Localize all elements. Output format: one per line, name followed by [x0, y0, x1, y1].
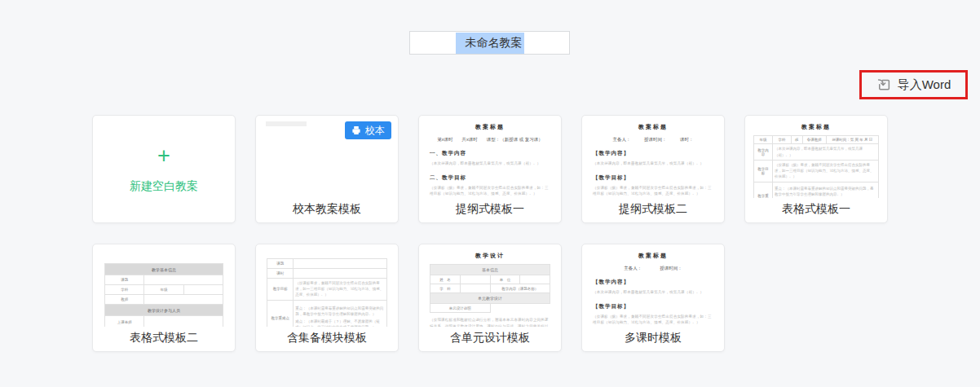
card-table-template-1[interactable]: 教案标题 年级 学科 班 备课教师 授课时间：第 周 年 月 日 教学内容 （本…	[744, 115, 888, 223]
card-label: 含单元设计模板	[419, 328, 561, 345]
school-badge: 校本	[345, 121, 391, 139]
template-preview: 教案标题 第x课时 共x课时 课型：（新授课 或 复习课） 一、教学内容 （本次…	[419, 116, 561, 198]
template-preview: 教案标题 主备人： 授课时间： 【教学内容】 （本次授课内容，即本册教材第几章第…	[582, 244, 724, 327]
card-label: 含集备模块模板	[256, 328, 398, 345]
plus-icon: +	[157, 145, 170, 167]
template-preview: 教案标题 主备人： 授课时间： 课时： 【教学内容】 （本次授课内容，即本册教材…	[582, 116, 724, 198]
template-preview: 教学基本信息 课题 学科 年级 教师 教学设计参与人员 上课老师	[93, 244, 235, 327]
new-blank-plan-label: 新建空白教案	[130, 179, 198, 194]
preview-table: 年级 学科 班 备课教师 授课时间：第 周 年 月 日 教学内容 （本次授课内容…	[753, 135, 879, 198]
card-unit-design-template[interactable]: 教学设计 基本信息 姓 名 单 位 学 科 教学内容（课题名称） 单元教学设计 …	[418, 244, 562, 352]
preview-fineprint: （本次授课内容，即本册教材第几章第几节，或第几课（框）。）	[593, 289, 713, 296]
import-word-label: 导入Word	[898, 77, 951, 93]
card-label: 多课时模板	[582, 328, 724, 345]
preview-fineprint: （按照课程标准和教材特点进行分析，厘清本单元各课时内容之间的逻辑关系，说明单元整…	[430, 317, 550, 327]
card-collective-prep-template[interactable]: 课题 课时 教学目标 （按课标要求，兼顾不同层次学生提出符合实际的要求，如一三维…	[255, 244, 399, 352]
preview-meta: 第x课时 共x课时 课型：（新授课 或 复习课）	[430, 137, 550, 143]
card-label: 表格式模板一	[745, 199, 887, 217]
preview-fineprint: （本次授课内容，即本册教材第几章第几节，或第几课（框）。）	[430, 161, 550, 167]
preview-title: 教案标题	[753, 123, 879, 131]
import-word-icon	[876, 77, 891, 92]
preview-meta: 主备人： 授课时间：	[593, 266, 713, 271]
preview-heading: 【教学目标】	[593, 303, 713, 310]
card-multi-period-template[interactable]: 教案标题 主备人： 授课时间： 【教学内容】 （本次授课内容，即本册教材第几章第…	[581, 244, 725, 352]
preview-heading: 一、教学内容	[430, 150, 550, 157]
preview-heading: 【教学目标】	[593, 174, 713, 182]
card-school-template[interactable]: 校本 校本教案模板	[255, 115, 399, 223]
card-new-blank-plan[interactable]: + 新建空白教案	[92, 115, 236, 223]
preview-fineprint: （按课标（纲）要求，兼顾不同层次学生提出符合实际的要求，如：三维目标（知识与能力…	[593, 314, 713, 326]
preview-heading: 二、教学目标	[430, 174, 550, 182]
card-label: 校本教案模板	[256, 199, 398, 217]
lesson-title-input[interactable]: 未命名教案	[409, 31, 570, 55]
card-table-template-2[interactable]: 教学基本信息 课题 学科 年级 教师 教学设计参与人员 上课老师	[92, 244, 236, 352]
card-label: 表格式模板二	[93, 328, 235, 345]
school-badge-text: 校本	[365, 124, 385, 138]
preview-title: 教学设计	[430, 252, 550, 260]
template-preview: 教案标题 年级 学科 班 备课教师 授课时间：第 周 年 月 日 教学内容 （本…	[745, 116, 887, 198]
preview-title: 教案标题	[430, 123, 550, 131]
preview-meta: 主备人： 授课时间： 课时：	[593, 137, 713, 143]
card-outline-template-1[interactable]: 教案标题 第x课时 共x课时 课型：（新授课 或 复习课） 一、教学内容 （本次…	[418, 115, 562, 223]
selected-title-text: 未命名教案	[456, 33, 524, 54]
preview-table: 课题 课时 教学目标 （按课标要求，兼顾不同层次学生提出符合实际的要求，如一三维…	[267, 258, 387, 327]
card-label: 提纲式模板一	[419, 199, 561, 217]
preview-table: 教学基本信息 课题 学科 年级 教师 教学设计参与人员 上课老师	[104, 263, 223, 327]
preview-fineprint: （按课标（纲）要求，兼顾不同层次学生提出符合实际的要求，如：三维目标（知识与能力…	[430, 185, 550, 197]
preview-title: 教案标题	[593, 123, 713, 131]
template-preview: 教学设计 基本信息 姓 名 单 位 学 科 教学内容（课题名称） 单元教学设计 …	[419, 244, 561, 327]
preview-line-placeholder	[266, 121, 307, 126]
template-picker-page: 未命名教案 导入Word + 新建空白教案 校本	[0, 0, 980, 387]
template-preview: 课题 课时 教学目标 （按课标要求，兼顾不同层次学生提出符合实际的要求，如一三维…	[256, 244, 398, 327]
import-word-button[interactable]: 导入Word	[859, 70, 968, 99]
preview-title: 教案标题	[593, 252, 713, 260]
preview-fineprint: （按课标（纲）要求，兼顾不同层次学生提出符合实际的要求，如：三维目标（知识与能力…	[593, 185, 713, 197]
school-badge-icon	[351, 125, 361, 135]
preview-heading: 【教学内容】	[593, 279, 713, 286]
preview-heading: 【教学内容】	[593, 150, 713, 157]
preview-table: 基本信息 姓 名 单 位 学 科 教学内容（课题名称） 单元教学设计 单元设计说…	[430, 264, 550, 313]
preview-fineprint: （本次授课内容，即本册教材第几章第几节，或第几课（框）。）	[593, 161, 713, 167]
card-label: 提纲式模板二	[582, 199, 724, 217]
card-outline-template-2[interactable]: 教案标题 主备人： 授课时间： 课时： 【教学内容】 （本次授课内容，即本册教材…	[581, 115, 725, 223]
